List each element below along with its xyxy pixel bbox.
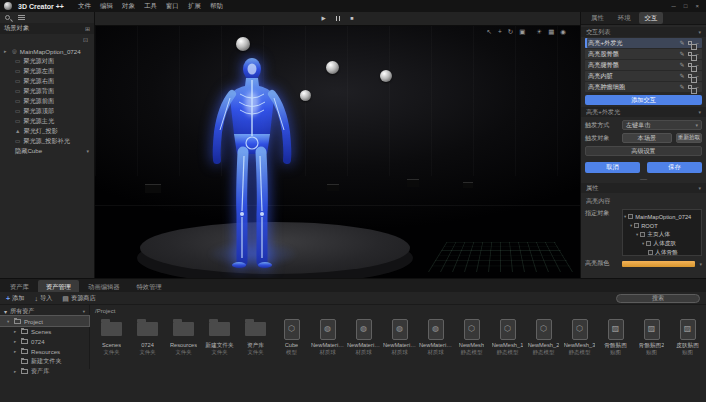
chevron-right-icon[interactable]: ▸ [14, 339, 18, 344]
lighting-icon[interactable]: ☀ [536, 29, 542, 36]
object-tree-row[interactable]: ▾ 主页人体 [624, 230, 700, 239]
interaction-row[interactable]: 高亮肿瘤细胞 ✎ − [585, 82, 702, 92]
tab-asset-library[interactable]: 资产库 [2, 280, 37, 292]
filter-icon[interactable] [18, 15, 25, 21]
chevron-down-icon[interactable]: ▾ [7, 319, 11, 324]
save-button[interactable]: 保存 [647, 162, 702, 173]
asset-tile-folder[interactable]: Scenes 文件夹 [95, 316, 128, 355]
tab-vfx-manager[interactable]: 特效管理 [129, 280, 170, 292]
chevron-right-icon[interactable]: ▸ [4, 48, 9, 54]
interaction-row[interactable]: 高亮内脏 ✎ − [585, 71, 702, 81]
tab-asset-manager[interactable]: 资产管理 [38, 280, 79, 292]
add-asset-button[interactable]: + 添加 [6, 294, 24, 303]
marker-sphere[interactable] [380, 70, 392, 82]
tab-properties[interactable]: 属性 [585, 12, 610, 24]
folder-row[interactable]: ▸ Resources [0, 346, 89, 356]
advanced-settings-button[interactable]: 高级设置 [585, 146, 702, 156]
chevron-right-icon[interactable]: ▸ [14, 329, 18, 334]
asset-tile-material[interactable]: ◍ NewMaterial... 材质球 [347, 316, 380, 355]
all-assets-header[interactable]: ▾ 所有资产 ▾ [0, 306, 89, 316]
target-scene-button[interactable]: 本场景 [622, 133, 672, 143]
repick-button[interactable]: 重新拾取 [676, 133, 702, 143]
duplicate-icon[interactable] [688, 63, 692, 67]
object-tree-row[interactable]: ▾ ROOT [624, 221, 700, 230]
edit-icon[interactable]: ✎ [679, 40, 684, 46]
folder-row[interactable]: ▸ 资产库 [0, 366, 89, 376]
asset-tile-texture[interactable]: ▨ 骨骼贴图 贴图 [599, 316, 632, 355]
chevron-right-icon[interactable]: ▸ [14, 369, 18, 374]
chevron-down-icon[interactable]: ▾ [699, 261, 702, 267]
checkbox[interactable] [640, 232, 645, 237]
scene-canvas[interactable]: ↖ + ↻ ▣ ☀ ▦ ◉ [95, 26, 580, 278]
duplicate-icon[interactable] [688, 41, 692, 45]
duplicate-icon[interactable] [688, 52, 692, 56]
menu-help[interactable]: 帮助 [210, 2, 223, 11]
interaction-row[interactable]: 高亮腿骨骼 ✎ − [585, 60, 702, 70]
asset-tile-texture[interactable]: ▨ 皮肤贴图 贴图 [671, 316, 704, 355]
edit-icon[interactable]: ✎ [679, 51, 684, 57]
asset-tile-mesh[interactable]: ⬡ NewMesh 静态模型 [455, 316, 488, 355]
checkbox[interactable] [634, 223, 639, 228]
add-interaction-button[interactable]: 添加交互 [585, 95, 702, 105]
checkbox[interactable] [628, 214, 633, 219]
asset-tile-model[interactable]: ⬡ Cube 模型 [275, 316, 308, 355]
pause-button[interactable] [336, 16, 341, 21]
asset-tile-folder[interactable]: 0724 文件夹 [131, 316, 164, 355]
import-asset-button[interactable]: ↓ 导入 [34, 294, 52, 303]
marker-sphere[interactable] [326, 61, 339, 74]
search-icon[interactable] [5, 15, 10, 20]
asset-tile-folder[interactable]: Resources 文件夹 [167, 316, 200, 355]
tree-item-light[interactable]: ▭ 聚光源前面 [0, 96, 94, 106]
marker-sphere[interactable] [300, 90, 311, 101]
tab-animation-editor[interactable]: 动画编辑器 [80, 280, 127, 292]
object-tree-row[interactable]: ▾ MainMapOption_0724 [624, 212, 700, 221]
chevron-down-icon[interactable]: ▾ [630, 223, 632, 228]
edit-icon[interactable]: ✎ [679, 62, 684, 68]
tree-item-hidden-cube[interactable]: 隐藏Cube ▾ [0, 146, 94, 156]
tree-item-light[interactable]: ▭ 聚光源背面 [0, 86, 94, 96]
asset-tile-folder[interactable]: 新建文件夹 文件夹 [203, 316, 236, 355]
color-swatch[interactable] [622, 261, 695, 267]
cancel-button[interactable]: 取消 [585, 162, 640, 173]
chevron-down-icon[interactable]: ▾ [698, 185, 701, 191]
menu-tools[interactable]: 工具 [144, 2, 157, 11]
object-tree-row[interactable]: 人体骨骼 [624, 248, 700, 256]
maximize-button[interactable]: □ [684, 3, 688, 9]
tree-item-mainmap[interactable]: ▸ ◎ MainMapOption_0724 [0, 46, 94, 56]
play-button[interactable]: ▶ [321, 16, 325, 22]
menu-object[interactable]: 对象 [122, 2, 135, 11]
duplicate-icon[interactable] [688, 74, 692, 78]
interaction-row[interactable]: 高亮+外发光 ✎ − [585, 38, 702, 48]
folder-row[interactable]: 新建文件夹 [0, 356, 89, 366]
search-input[interactable] [616, 294, 700, 303]
tree-item-light[interactable]: ▭ 聚光源右面 [0, 76, 94, 86]
chevron-down-icon[interactable]: ▾ [636, 232, 638, 237]
tab-environment[interactable]: 环境 [612, 12, 637, 24]
object-tree-box[interactable]: ▾ MainMapOption_0724 ▾ ROOT ▾ 主页人体 ▾ 人体皮… [622, 209, 702, 256]
tree-item-light[interactable]: ▭ 聚光源主光 [0, 116, 94, 126]
panel-toggle-icon[interactable]: ⊞ [85, 25, 90, 32]
asset-store-button[interactable]: ▤ 资源商店 [62, 294, 95, 303]
splitter-handle[interactable]: — [581, 176, 706, 181]
menu-file[interactable]: 文件 [78, 2, 91, 11]
tree-item-light[interactable]: ▭ 聚光源_投影补光 [0, 136, 94, 146]
folder-row[interactable]: ▸ Scenes [0, 326, 89, 336]
tree-item-light[interactable]: ▭ 聚光源顶部 [0, 106, 94, 116]
chevron-down-icon[interactable]: ▾ [642, 241, 644, 246]
asset-tile-material[interactable]: ◍ NewMaterial... 材质球 [311, 316, 344, 355]
edit-icon[interactable]: ✎ [679, 73, 684, 79]
import-scene-icon[interactable]: ⊡ [83, 36, 88, 43]
checkbox[interactable] [648, 250, 653, 255]
interaction-row[interactable]: 高亮股骨骼 ✎ − [585, 49, 702, 59]
grid-icon[interactable]: ▦ [548, 29, 554, 36]
select-tool-icon[interactable]: ↖ [486, 29, 491, 36]
menu-edit[interactable]: 编辑 [100, 2, 113, 11]
object-tree-row[interactable]: ▾ 人体皮肤 [624, 239, 700, 248]
tree-item-light[interactable]: ▭ 聚光源对面 [0, 56, 94, 66]
stop-button[interactable]: ■ [350, 16, 353, 22]
folder-row[interactable]: ▸ 0724 [0, 336, 89, 346]
tree-item-spotlight[interactable]: ▲ 聚光灯_投影 [0, 126, 94, 136]
minimize-button[interactable]: ─ [672, 3, 676, 9]
edit-icon[interactable]: ✎ [679, 84, 684, 90]
chevron-down-icon[interactable]: ▾ [698, 109, 701, 115]
